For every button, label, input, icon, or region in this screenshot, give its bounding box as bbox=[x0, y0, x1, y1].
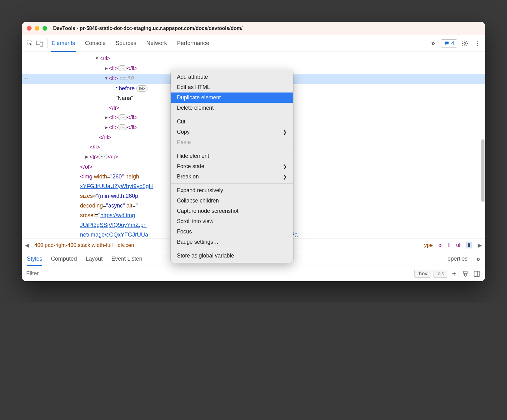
maximize-window-button[interactable] bbox=[43, 26, 47, 31]
breadcrumb-selected[interactable]: li bbox=[466, 242, 472, 248]
ol-close: </ol> bbox=[80, 164, 93, 170]
url-fragment[interactable]: xYFGJrUUaUZyWhyt9yo5gH bbox=[80, 183, 153, 189]
subtab-event-listeners[interactable]: Event Listen bbox=[111, 252, 142, 266]
li-close-outer: </li> bbox=[89, 144, 100, 150]
breadcrumb-item[interactable]: ul bbox=[456, 242, 460, 248]
subtab-styles[interactable]: Styles bbox=[27, 252, 42, 266]
menu-capture-screenshot[interactable]: Capture node screenshot bbox=[171, 206, 293, 216]
menu-cut[interactable]: Cut bbox=[171, 117, 293, 127]
li-tag-3[interactable]: <li> bbox=[109, 124, 118, 131]
more-tabs-icon[interactable]: » bbox=[429, 39, 438, 48]
attr-sizes: sizes bbox=[80, 193, 93, 199]
menu-force-state-label: Force state bbox=[177, 163, 204, 170]
computed-panel-icon[interactable] bbox=[473, 270, 481, 278]
menu-collapse-children[interactable]: Collapse children bbox=[171, 196, 293, 206]
device-toggle-icon[interactable] bbox=[35, 39, 44, 48]
subtab-computed[interactable]: Computed bbox=[51, 252, 77, 266]
kebab-menu-icon[interactable]: ⋮ bbox=[473, 39, 482, 48]
val-alt: " bbox=[136, 202, 138, 209]
tab-performance[interactable]: Performance bbox=[176, 35, 210, 52]
attr-srcset: srcset bbox=[80, 212, 95, 218]
breadcrumb-item[interactable]: 400.pad-right-400.stack.width-full bbox=[34, 242, 113, 248]
window-titlebar: DevTools - pr-5840-static-dot-dcc-stagin… bbox=[22, 22, 485, 35]
ellipsis-icon[interactable]: ⋯ bbox=[118, 65, 127, 71]
menu-copy-label: Copy bbox=[177, 129, 190, 135]
paint-flash-icon[interactable] bbox=[461, 270, 469, 278]
subtab-layout[interactable]: Layout bbox=[86, 252, 103, 266]
ellipsis-icon[interactable]: ⋯ bbox=[98, 154, 108, 159]
img-tag[interactable]: <img bbox=[80, 173, 93, 180]
new-style-rule-icon[interactable] bbox=[450, 270, 458, 278]
window-title: DevTools - pr-5840-static-dot-dcc-stagin… bbox=[53, 26, 243, 31]
li-tag-4[interactable]: <li> bbox=[89, 154, 98, 160]
more-subtabs-icon[interactable]: » bbox=[476, 255, 480, 263]
styles-filter-input[interactable] bbox=[26, 270, 120, 277]
ellipsis-icon[interactable]: ⋯ bbox=[118, 124, 127, 130]
breadcrumb-item[interactable]: div.cen bbox=[118, 242, 134, 248]
traffic-lights bbox=[27, 26, 47, 31]
submenu-arrow-icon: ❯ bbox=[283, 174, 287, 180]
minimize-window-button[interactable] bbox=[35, 26, 39, 31]
menu-edit-as-html[interactable]: Edit as HTML bbox=[171, 82, 293, 92]
hov-toggle[interactable]: :hov bbox=[414, 270, 430, 278]
issues-count: 4 bbox=[451, 40, 454, 47]
breadcrumb-item[interactable]: ype bbox=[424, 242, 433, 248]
subtab-properties[interactable]: operties bbox=[448, 252, 468, 266]
menu-separator bbox=[171, 183, 293, 184]
menu-scroll-into-view[interactable]: Scroll into view bbox=[171, 216, 293, 227]
menu-duplicate-element[interactable]: Duplicate element bbox=[171, 92, 293, 103]
pseudo-before[interactable]: ::before bbox=[116, 85, 135, 92]
breadcrumb-item[interactable]: ol bbox=[438, 242, 442, 248]
svg-rect-5 bbox=[464, 271, 467, 273]
submenu-arrow-icon: ❯ bbox=[283, 129, 287, 135]
main-toolbar: Elements Console Sources Network Perform… bbox=[22, 35, 485, 52]
attr-height: heigh bbox=[124, 173, 139, 180]
text-node[interactable]: "Nana" bbox=[116, 95, 133, 101]
menu-break-on-label: Break on bbox=[177, 173, 199, 180]
svg-rect-6 bbox=[474, 271, 479, 276]
context-menu: Add attribute Edit as HTML Duplicate ele… bbox=[171, 70, 293, 263]
url-fragment[interactable]: JUiPt3gSSjVlQ9uyYmZ.pn bbox=[80, 222, 147, 228]
tab-console[interactable]: Console bbox=[84, 35, 106, 52]
svg-rect-2 bbox=[40, 42, 43, 46]
gutter-dots-icon[interactable]: ⋯ bbox=[24, 74, 30, 83]
li-open-tag[interactable]: <li> bbox=[109, 75, 118, 82]
breadcrumb-item[interactable]: li bbox=[448, 242, 451, 248]
url-fragment[interactable]: net/image/cGQxYFGJrUUa bbox=[80, 232, 148, 238]
li-tag-2[interactable]: <li> bbox=[109, 114, 118, 121]
ul-close: </ul> bbox=[99, 134, 111, 141]
menu-expand-recursively[interactable]: Expand recursively bbox=[171, 185, 293, 196]
issues-badge[interactable]: 4 bbox=[441, 39, 457, 48]
vertical-scrollbar[interactable] bbox=[481, 139, 484, 202]
menu-separator bbox=[171, 149, 293, 149]
menu-store-global[interactable]: Store as global variable bbox=[171, 251, 293, 261]
tab-sources[interactable]: Sources bbox=[115, 35, 137, 52]
flex-badge[interactable]: flex bbox=[136, 85, 148, 92]
li-close: </li> bbox=[109, 105, 119, 111]
breadcrumb-left-arrow-icon[interactable]: ◀ bbox=[25, 242, 29, 249]
tab-elements[interactable]: Elements bbox=[51, 35, 76, 52]
attr-width: width bbox=[93, 173, 107, 180]
li-tag[interactable]: <li> bbox=[109, 65, 118, 72]
menu-copy[interactable]: Copy❯ bbox=[171, 127, 293, 137]
li-close-3: </li> bbox=[127, 124, 138, 131]
menu-add-attribute[interactable]: Add attribute bbox=[171, 72, 293, 82]
equals-label: == bbox=[118, 75, 128, 82]
url-fragment[interactable]: https://wd.img bbox=[100, 212, 135, 218]
menu-force-state[interactable]: Force state❯ bbox=[171, 161, 293, 172]
menu-hide-element[interactable]: Hide element bbox=[171, 151, 293, 161]
li-close-2: </li> bbox=[127, 114, 138, 121]
ellipsis-icon[interactable]: ⋯ bbox=[118, 114, 127, 120]
menu-delete-element[interactable]: Delete element bbox=[171, 103, 293, 113]
menu-badge-settings[interactable]: Badge settings… bbox=[171, 237, 293, 247]
cls-toggle[interactable]: .cls bbox=[434, 270, 447, 278]
tab-network[interactable]: Network bbox=[146, 35, 168, 52]
close-window-button[interactable] bbox=[27, 26, 32, 31]
inspect-element-icon[interactable] bbox=[25, 39, 34, 48]
menu-separator bbox=[171, 249, 293, 249]
breadcrumb-right-arrow-icon[interactable]: ▶ bbox=[478, 242, 482, 249]
menu-break-on[interactable]: Break on❯ bbox=[171, 172, 293, 182]
ul-open-tag[interactable]: <ul> bbox=[99, 55, 110, 62]
settings-gear-icon[interactable] bbox=[460, 39, 469, 48]
menu-focus[interactable]: Focus bbox=[171, 227, 293, 237]
